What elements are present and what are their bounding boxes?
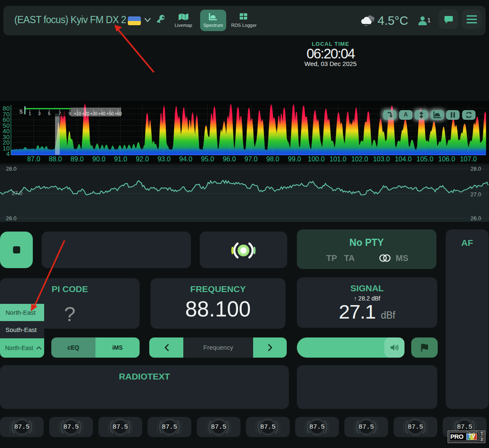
svg-text:106.0: 106.0 — [438, 155, 455, 163]
svg-text:1: 1 — [29, 111, 31, 116]
svg-text:+20: +20 — [82, 111, 89, 116]
svg-text:96.0: 96.0 — [223, 155, 236, 163]
svg-text:95.0: 95.0 — [201, 155, 214, 163]
svg-text:88.0: 88.0 — [49, 155, 62, 163]
svg-text:9: 9 — [69, 111, 71, 116]
svg-text:99.0: 99.0 — [288, 155, 301, 163]
svg-text:101.0: 101.0 — [330, 155, 346, 163]
svg-text:87.0: 87.0 — [27, 155, 40, 163]
svg-text:S: S — [19, 109, 23, 115]
svg-text:+40: +40 — [98, 111, 106, 116]
svg-text:104.0: 104.0 — [395, 155, 412, 163]
svg-text:103.0: 103.0 — [373, 155, 390, 163]
svg-text:97.0: 97.0 — [244, 155, 257, 163]
svg-text:26.0: 26.0 — [6, 215, 16, 221]
svg-text:92.0: 92.0 — [136, 155, 149, 163]
svg-text:27.0: 27.0 — [470, 191, 481, 198]
svg-text:100.0: 100.0 — [308, 155, 325, 163]
svg-text:94.0: 94.0 — [179, 155, 192, 163]
svg-text:90.0: 90.0 — [93, 155, 106, 163]
svg-text:98.0: 98.0 — [266, 155, 279, 163]
svg-text:89.0: 89.0 — [71, 155, 84, 163]
svg-text:102.0: 102.0 — [351, 155, 368, 163]
svg-text:91.0: 91.0 — [114, 155, 127, 163]
svg-text:7: 7 — [58, 111, 61, 116]
svg-text:5: 5 — [48, 111, 50, 116]
svg-text:+10: +10 — [74, 111, 81, 116]
svg-text:26.0: 26.0 — [470, 215, 481, 221]
svg-text:28.0: 28.0 — [6, 166, 16, 172]
svg-text:107.0: 107.0 — [460, 155, 477, 163]
svg-text:93.0: 93.0 — [158, 155, 171, 163]
svg-text:+50: +50 — [106, 111, 114, 116]
svg-text:27.0: 27.0 — [12, 190, 22, 196]
svg-text:+30: +30 — [90, 111, 98, 116]
svg-text:28.0: 28.0 — [470, 166, 481, 172]
svg-text:4: 4 — [6, 150, 10, 157]
svg-text:3: 3 — [38, 111, 41, 116]
svg-text:105.0: 105.0 — [417, 155, 433, 163]
svg-text:+60: +60 — [115, 111, 122, 116]
